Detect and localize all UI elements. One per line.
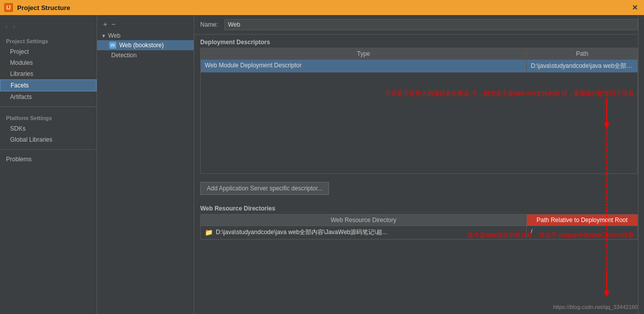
sidebar-item-sdks[interactable]: SDKs xyxy=(0,123,97,134)
table-row[interactable]: Web Module Deployment Descriptor D:\java… xyxy=(201,60,637,73)
col-path: Path xyxy=(527,48,637,59)
col-web-dir: Web Resource Directory xyxy=(201,215,527,226)
folder-icon: 📁 xyxy=(205,229,213,236)
nav-arrows: ‹ › xyxy=(0,19,97,34)
web-resource-table: Web Resource Directory Path Relative to … xyxy=(200,214,638,240)
tree-expand-arrow: ▼ xyxy=(101,33,106,39)
tree-node-bookstore[interactable]: W Web (bookstore) xyxy=(97,40,194,50)
add-descriptor-row: Add Application Server specific descript… xyxy=(194,176,644,201)
sidebar-divider-1 xyxy=(0,107,97,107)
sidebar-item-global-libraries[interactable]: Global Libraries xyxy=(0,134,97,145)
web-facet-icon: W xyxy=(109,42,116,49)
web-resource-title: Web Resource Directories xyxy=(194,201,644,214)
platform-settings-header: Platform Settings xyxy=(0,111,97,123)
tree-node-bookstore-label: Web (bookstore) xyxy=(119,42,164,49)
td-web-dir-value: 📁 D:\java\studyandcode\java web全部内容\Java… xyxy=(201,226,527,239)
title-bar: IJ Project Structure ✕ xyxy=(0,0,644,15)
tree-root-web[interactable]: ▼ Web xyxy=(97,31,194,40)
sidebar-item-libraries[interactable]: Libraries xyxy=(0,68,97,79)
url-text: https://blog.csdn.net/qq_33442160 xyxy=(553,304,638,310)
content-area: Name: Deployment Descriptors Type Path W… xyxy=(194,15,644,314)
tree-header: + − xyxy=(97,17,194,31)
sidebar-item-project[interactable]: Project xyxy=(0,46,97,57)
sidebar-item-modules[interactable]: Modules xyxy=(0,57,97,68)
sidebar-item-facets[interactable]: Facets xyxy=(0,79,97,91)
deployment-table: Type Path Web Module Deployment Descript… xyxy=(200,48,638,174)
deployment-descriptors-title: Deployment Descriptors xyxy=(194,35,644,48)
sidebar-item-artifacts[interactable]: Artifacts xyxy=(0,91,97,102)
content-panel: Name: Deployment Descriptors Type Path W… xyxy=(194,15,644,242)
tree-remove-button[interactable]: − xyxy=(109,19,117,29)
td-deploy-path-value: / xyxy=(527,226,637,239)
back-arrow[interactable]: ‹ xyxy=(4,21,9,32)
td-type-value: Web Module Deployment Descriptor xyxy=(201,60,527,72)
scrollbar[interactable] xyxy=(638,15,644,314)
detection-item[interactable]: Detection xyxy=(97,50,194,60)
tree-panel: + − ▼ Web W Web (bookstore) Detection xyxy=(97,15,194,314)
web-resource-table-header: Web Resource Directory Path Relative to … xyxy=(201,215,637,226)
project-settings-header: Project Settings xyxy=(0,34,97,46)
name-input[interactable] xyxy=(224,19,638,30)
name-label: Name: xyxy=(200,21,220,28)
sidebar-item-problems[interactable]: Problems xyxy=(0,154,97,165)
col-deploy-path: Path Relative to Deployment Root xyxy=(527,215,637,226)
col-type: Type xyxy=(201,48,527,59)
tree-add-button[interactable]: + xyxy=(101,19,109,29)
name-row: Name: xyxy=(194,15,644,35)
window-title: Project Structure xyxy=(17,4,70,12)
app-logo: IJ xyxy=(4,3,13,12)
web-resource-row[interactable]: 📁 D:\java\studyandcode\java web全部内容\Java… xyxy=(201,226,637,239)
add-descriptor-button[interactable]: Add Application Server specific descript… xyxy=(200,182,329,195)
sidebar: ‹ › Project Settings Project Modules Lib… xyxy=(0,15,97,314)
close-button[interactable]: ✕ xyxy=(630,3,640,13)
td-path-value: D:\java\studyandcode\java web全部内容\JavaWe… xyxy=(527,60,637,72)
deployment-table-header: Type Path xyxy=(201,48,637,60)
sidebar-divider-2 xyxy=(0,149,97,150)
forward-arrow[interactable]: › xyxy=(12,21,16,32)
tree-root-label: Web xyxy=(108,32,120,39)
